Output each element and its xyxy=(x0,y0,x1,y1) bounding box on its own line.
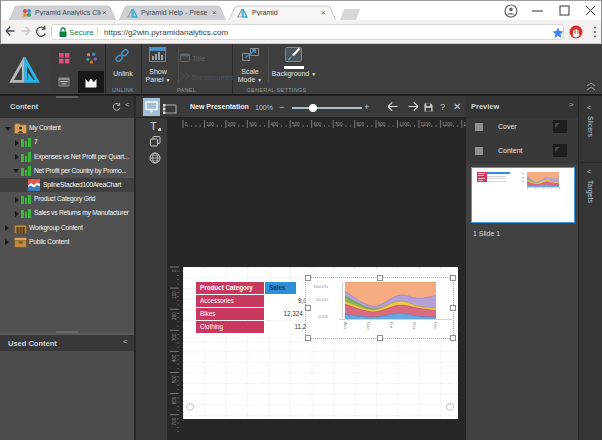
svg-text:100: 100 xyxy=(172,291,177,299)
svg-text:0: 0 xyxy=(172,269,177,272)
svg-text:1200: 1200 xyxy=(442,122,453,127)
svg-text:1000: 1000 xyxy=(399,122,410,127)
svg-text:200: 200 xyxy=(172,312,177,320)
svg-text:1100: 1100 xyxy=(421,122,431,127)
svg-text:500: 500 xyxy=(172,375,177,383)
svg-text:700: 700 xyxy=(172,417,177,425)
svg-text:600: 600 xyxy=(172,396,177,404)
svg-text:400: 400 xyxy=(172,354,177,362)
svg-text:300: 300 xyxy=(172,333,177,341)
